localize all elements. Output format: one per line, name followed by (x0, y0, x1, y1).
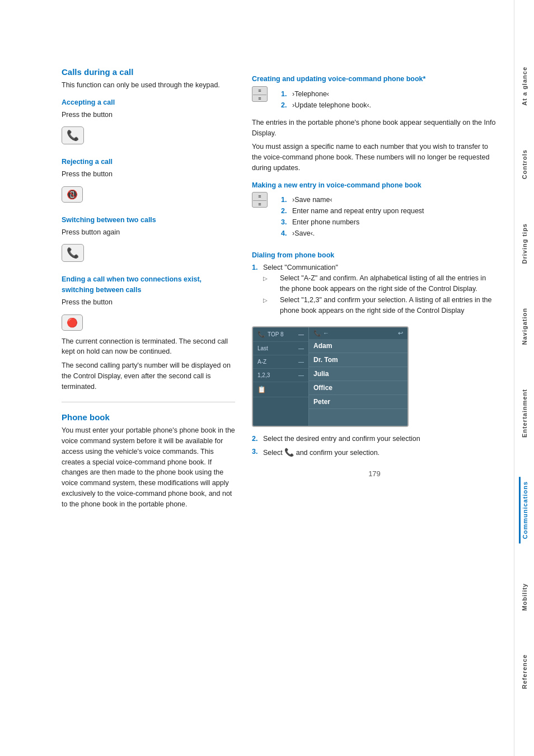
accepting-title: Accepting a call (62, 97, 235, 108)
creating-desc: The entries in the portable phone's phon… (252, 118, 497, 139)
end-call-button-icon: 🔴 (62, 314, 83, 331)
switch-phone-icon: 📞 (67, 247, 79, 259)
accept-call-button-icon: 📞 (62, 126, 84, 144)
sidebar-tab-driving-tips[interactable]: Driving tips (520, 219, 529, 269)
switching-text: Press button again (62, 227, 235, 238)
dialing-sub-2: Select "1,2,3" and confirm your selectio… (263, 295, 497, 316)
making-steps-list: 1. ›Save name‹ 2. Enter name and repeat … (281, 194, 424, 239)
ps-right-item-drtom: Dr. Tom (309, 353, 407, 367)
page-number: 179 (252, 469, 497, 478)
sidebar-tab-entertainment[interactable]: Entertainment (520, 384, 529, 442)
dialing-step-3: 3. Select 📞 and confirm your selection. (252, 447, 497, 458)
ps-item-last: Last — (253, 342, 308, 355)
creating-desc2: You must assign a specific name to each … (252, 142, 497, 173)
sidebar-tab-communications[interactable]: Communications (519, 477, 530, 543)
end-phone-icon: 🔴 (67, 317, 78, 328)
dialing-steps-list: 1. Select "Communication" Select "A-Z" a… (252, 262, 497, 320)
accepting-text: Press the button (62, 110, 235, 120)
ending-text: Press the button (62, 297, 235, 308)
menu-icon-making: ≡ ≡ (252, 192, 268, 208)
creating-step-2: 2. ›Update telephone book‹. (281, 100, 371, 111)
section-intro: This function can only be used through t… (62, 80, 235, 91)
creating-step-1: 1. ›Telephone‹ (281, 88, 371, 100)
switch-call-button-icon: 📞 (62, 244, 84, 262)
dialing-step-1: 1. Select "Communication" Select "A-Z" a… (252, 262, 497, 320)
section-title-phonebook: Phone book (62, 412, 235, 422)
sidebar-tab-at-a-glance[interactable]: At a glance (520, 62, 529, 110)
sidebar-tab-mobility[interactable]: Mobility (520, 579, 529, 616)
ps-item-az: A-Z — (253, 355, 308, 369)
ps-right-item-peter: Peter (309, 395, 407, 409)
sidebar-tab-navigation[interactable]: Navigation (520, 303, 529, 349)
making-step-1: 1. ›Save name‹ (281, 194, 424, 205)
dialing-sub-list: Select "A-Z" and confirm. An alphabetica… (263, 273, 497, 316)
rejecting-title: Rejecting a call (62, 157, 235, 167)
making-step-2: 2. Enter name and repeat entry upon requ… (281, 205, 424, 217)
creating-steps-list: 1. ›Telephone‹ 2. ›Update telephone book… (281, 88, 371, 111)
dialing-sub-1: Select "A-Z" and confirm. An alphabetica… (263, 273, 497, 294)
dialing-steps-2: 2. Select the desired entry and confirm … (252, 434, 497, 458)
dialing-step-2: 2. Select the desired entry and confirm … (252, 434, 497, 444)
making-step-4: 4. ›Save‹. (281, 228, 424, 239)
switching-title: Switching between two calls (62, 215, 235, 226)
phone-screen: 📞 TOP 8 — Last — A-Z — (252, 326, 409, 427)
sidebar-tab-controls[interactable]: Controls (520, 145, 529, 184)
ps-item-clipboard: 📋 (253, 382, 308, 397)
making-title: Making a new entry in voice-command phon… (252, 180, 497, 191)
ending-desc2: The second calling party's number will b… (62, 360, 235, 392)
creating-title: Creating and updating voice-command phon… (252, 74, 497, 84)
section-divider (62, 402, 235, 402)
phone-screen-left-panel: 📞 TOP 8 — Last — A-Z — (253, 327, 309, 426)
ps-right-item-julia: Julia (309, 367, 407, 381)
rejecting-text: Press the button (62, 169, 235, 180)
phone-green-icon: 📞 (67, 129, 79, 142)
dialing-title: Dialing from phone book (252, 250, 497, 261)
phone-screen-right-panel: 📞 ← ↩ Adam Dr. Tom Julia Office Peter (309, 327, 407, 426)
menu-icon-creating: ≡ ≡ (252, 86, 268, 102)
ps-item-123: 1,2,3 — (253, 369, 308, 382)
call-icon-inline: 📞 (284, 447, 294, 458)
reject-call-button-icon: 📵 (62, 186, 83, 203)
phone-red-icon: 📵 (67, 189, 78, 200)
making-step-3: 3. Enter phone numbers (281, 217, 424, 228)
sidebar-tab-reference[interactable]: Reference (520, 650, 529, 693)
ending-title: Ending a call when two connections exist… (62, 274, 235, 295)
ps-item-top8: 📞 TOP 8 — (253, 327, 308, 342)
ending-desc1: The current connection is terminated. Th… (62, 336, 235, 358)
phonebook-intro: You must enter your portable phone's pho… (62, 425, 235, 509)
ps-right-item-office: Office (309, 381, 407, 395)
section-title-calls: Calls during a call (62, 67, 235, 77)
ps-right-item-adam: Adam (309, 339, 407, 353)
sidebar-labels: At a glance Controls Driving tips Naviga… (519, 0, 530, 756)
ps-right-header: 📞 ← ↩ (309, 327, 407, 339)
sidebar: At a glance Controls Driving tips Naviga… (514, 0, 534, 756)
